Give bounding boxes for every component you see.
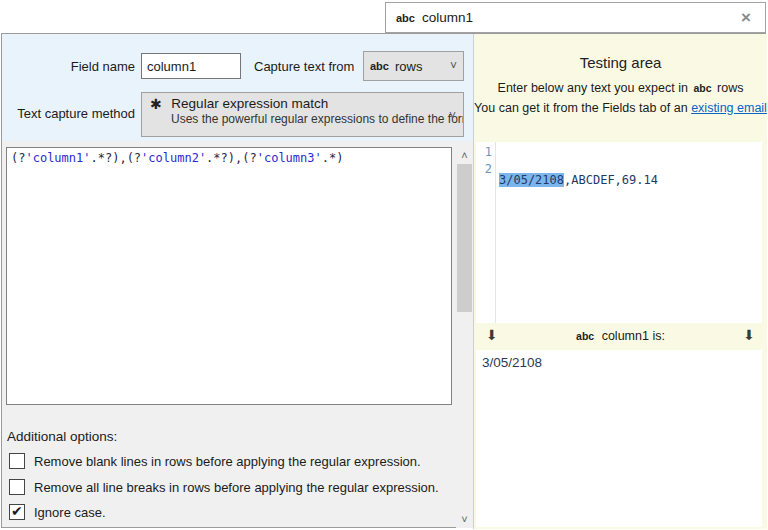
text-field-type-icon: abc [693,82,711,94]
testing-area-title: Testing area [474,54,767,71]
text-field-type-icon: abc [576,330,594,342]
remove-blank-lines-checkbox[interactable] [9,453,25,469]
option-row[interactable]: Ignore case. [9,504,106,520]
chevron-down-icon: ˅ [449,110,456,122]
existing-email-link[interactable]: existing email [691,101,767,115]
line-number-gutter: 1 2 [476,142,496,323]
chevron-down-icon: ˅ [450,60,457,72]
capture-method-subtitle: Uses the powerful regular expressions to… [171,112,463,126]
option-label: Remove all line breaks in rows before ap… [34,480,439,495]
sample-text-content: 3/05/2108,ABCDEF,69.14 [496,142,658,323]
field-editor-dialog: Field name Capture text from abc rows ˅ … [1,33,766,528]
capture-method-dropdown[interactable]: ✱ Regular expression match Uses the powe… [141,92,464,137]
down-arrow-icon: ⬇ [743,327,755,343]
capture-method-title: Regular expression match [171,96,328,111]
scroll-down-icon[interactable]: ˅ [456,511,473,528]
testing-area-panel: Testing area Enter below any text you ex… [473,34,767,529]
field-settings-header: Field name Capture text from abc rows ˅ … [2,34,473,141]
option-row[interactable]: Remove blank lines in rows before applyi… [9,453,421,469]
matched-text-highlight: 3/05/2108 [499,173,564,187]
sample-text-editor[interactable]: 1 2 3/05/2108,ABCDEF,69.14 [476,142,762,323]
testing-instruction-2: You can get it from the Fields tab of an… [474,101,767,115]
ignore-case-checkbox[interactable] [9,504,25,520]
field-name-input[interactable] [141,53,241,79]
additional-options-label: Additional options: [7,429,117,444]
field-editor-window: abc column1 × Field name Capture text fr… [0,0,768,530]
text-field-type-icon: abc [396,12,415,24]
tab-title: column1 [422,10,737,25]
capture-result-area: 3/05/2108 [476,350,762,527]
regex-input[interactable]: (?'column1'.*?),(?'column2'.*?),(?'colum… [6,147,452,405]
capture-from-value: rows [395,59,422,74]
capture-text-from-label: Capture text from [254,59,354,74]
option-label: Remove blank lines in rows before applyi… [34,454,421,469]
capture-method-label: Text capture method [2,106,135,121]
capture-from-dropdown[interactable]: abc rows ˅ [363,51,464,81]
left-pane-scrollbar[interactable]: ˄ ˅ [456,147,473,528]
text-field-type-icon: abc [370,60,389,72]
capture-result-value: 3/05/2108 [482,355,542,370]
field-tab[interactable]: abc column1 × [385,2,766,33]
result-field-label: abc column1 is: [474,329,767,343]
testing-instruction-1: Enter below any text you expect in abc r… [474,81,767,95]
regex-asterisk-icon: ✱ [150,96,162,112]
field-name-label: Field name [2,59,135,74]
close-icon[interactable]: × [737,7,755,28]
option-row[interactable]: Remove all line breaks in rows before ap… [9,479,439,495]
scroll-up-icon[interactable]: ˄ [456,147,473,164]
scrollbar-thumb[interactable] [457,164,472,312]
option-label: Ignore case. [34,505,106,520]
remove-line-breaks-checkbox[interactable] [9,479,25,495]
